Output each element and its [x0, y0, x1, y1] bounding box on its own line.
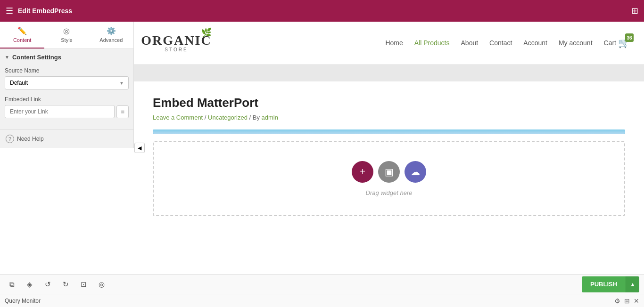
- tab-content-label: Content: [13, 37, 32, 43]
- sidebar-content: ▼ Content Settings Source Name Default ▼: [0, 49, 133, 129]
- content-area: 🌿 ORGANIC STORE Home All Products About …: [134, 22, 644, 274]
- bottom-toolbar: ⧉ ◈ ↺ ↻ ⊡ ◎ PUBLISH ▲: [0, 274, 644, 294]
- main-layout: ✏️ Content ◎ Style ⚙️ Advanced ▼ Content…: [0, 22, 644, 274]
- tab-content[interactable]: ✏️ Content: [0, 22, 44, 48]
- tab-advanced[interactable]: ⚙️ Advanced: [89, 22, 133, 48]
- drag-widget-label: Drag widget here: [366, 189, 413, 196]
- query-monitor-expand-icon[interactable]: ⊞: [624, 297, 630, 305]
- query-monitor-bar: Query Monitor ⚙ ⊞ ✕: [0, 294, 644, 307]
- embed-link-input-wrapper: ≡: [5, 105, 129, 118]
- query-monitor-settings-icon[interactable]: ⚙: [614, 297, 620, 305]
- section-label: Content Settings: [12, 54, 61, 61]
- cart-badge: 36: [625, 33, 634, 42]
- tab-style-label: Style: [61, 37, 72, 43]
- add-widget-button[interactable]: +: [352, 161, 373, 183]
- section-arrow: ▼: [5, 55, 9, 60]
- meta-author[interactable]: admin: [262, 114, 278, 121]
- site-header: 🌿 ORGANIC STORE Home All Products About …: [134, 22, 644, 65]
- page-title: Embed MatterPort: [153, 96, 625, 110]
- logo-image: 🌿 ORGANIC STORE: [148, 26, 205, 59]
- undo-button[interactable]: ↺: [41, 277, 55, 291]
- folder-button[interactable]: ▣: [378, 161, 400, 183]
- nav-my-account[interactable]: My account: [559, 39, 593, 47]
- page-content: Embed MatterPort Leave a Comment / Uncat…: [134, 81, 644, 274]
- embed-link-field: Embeded Link ≡: [5, 96, 129, 118]
- gray-band: [134, 65, 644, 81]
- editor-topbar: ☰ Edit EmbedPress ⊞: [0, 0, 644, 22]
- meta-sep1: /: [205, 114, 208, 121]
- source-name-field: Source Name Default ▼: [5, 67, 129, 89]
- nav-cart-label[interactable]: Cart: [604, 39, 616, 47]
- meta-leave-comment[interactable]: Leave a Comment: [153, 114, 203, 121]
- bottom-toolbar-right: PUBLISH ▲: [582, 276, 639, 292]
- style-tab-icon: ◎: [63, 26, 70, 35]
- tab-style[interactable]: ◎ Style: [44, 22, 89, 48]
- responsive-button[interactable]: ⊡: [76, 277, 91, 291]
- advanced-tab-icon: ⚙️: [107, 26, 116, 35]
- publish-arrow-button[interactable]: ▲: [626, 276, 639, 292]
- sidebar-collapse-button[interactable]: ◀: [134, 143, 145, 153]
- need-help-label: Need Help: [17, 136, 44, 142]
- embed-bar: [153, 129, 625, 134]
- redo-button[interactable]: ↻: [58, 277, 73, 291]
- hamburger-icon[interactable]: ☰: [6, 6, 13, 16]
- source-name-select[interactable]: Default: [5, 76, 129, 89]
- meta-sep2: / By: [249, 114, 262, 121]
- cloud-button[interactable]: ☁: [405, 161, 426, 183]
- nav-contact[interactable]: Contact: [489, 39, 512, 47]
- help-icon: ?: [6, 135, 14, 143]
- add-widget-bottom-button[interactable]: ◈: [23, 277, 37, 291]
- nav-cart: Cart 🛒 36: [604, 37, 630, 48]
- preview-button[interactable]: ◎: [94, 277, 108, 291]
- drop-zone-buttons: + ▣ ☁: [352, 161, 426, 183]
- query-monitor-label[interactable]: Query Monitor: [5, 298, 41, 304]
- nav-all-products[interactable]: All Products: [414, 39, 450, 47]
- publish-button-wrapper: PUBLISH ▲: [582, 276, 639, 292]
- nav-about[interactable]: About: [461, 39, 479, 47]
- sidebar-wrapper: ✏️ Content ◎ Style ⚙️ Advanced ▼ Content…: [0, 22, 134, 274]
- source-name-select-wrapper: Default ▼: [5, 76, 129, 89]
- query-monitor-right: ⚙ ⊞ ✕: [614, 297, 639, 305]
- page-meta: Leave a Comment / Uncategorized / By adm…: [153, 114, 625, 121]
- grid-icon[interactable]: ⊞: [631, 6, 638, 16]
- nav-home[interactable]: Home: [385, 39, 403, 47]
- embed-link-input[interactable]: [5, 105, 115, 118]
- content-settings-header[interactable]: ▼ Content Settings: [5, 54, 129, 61]
- publish-button[interactable]: PUBLISH: [582, 276, 626, 292]
- sidebar-footer[interactable]: ? Need Help: [0, 129, 133, 148]
- meta-category[interactable]: Uncategorized: [208, 114, 248, 121]
- bottom-toolbar-left: ⧉ ◈ ↺ ↻ ⊡ ◎: [5, 277, 108, 291]
- layers-button[interactable]: ⧉: [5, 277, 19, 291]
- site-logo: 🌿 ORGANIC STORE: [148, 26, 205, 59]
- editor-title: Edit EmbedPress: [18, 7, 72, 15]
- sidebar-tabs: ✏️ Content ◎ Style ⚙️ Advanced: [0, 22, 133, 49]
- tab-advanced-label: Advanced: [99, 37, 123, 43]
- site-nav: Home All Products About Contact Account …: [385, 37, 630, 48]
- logo-sub-text: STORE: [141, 47, 211, 52]
- source-name-label: Source Name: [5, 67, 129, 74]
- sidebar: ✏️ Content ◎ Style ⚙️ Advanced ▼ Content…: [0, 22, 134, 148]
- logo-leaf-icon: 🌿: [201, 27, 212, 38]
- embed-link-label: Embeded Link: [5, 96, 129, 103]
- content-tab-icon: ✏️: [17, 26, 27, 35]
- query-monitor-close-icon[interactable]: ✕: [634, 297, 639, 305]
- cart-icon-wrapper[interactable]: 🛒 36: [618, 37, 630, 48]
- nav-account[interactable]: Account: [523, 39, 547, 47]
- embed-link-options-button[interactable]: ≡: [116, 105, 129, 118]
- drop-zone: + ▣ ☁ Drag widget here: [153, 141, 625, 216]
